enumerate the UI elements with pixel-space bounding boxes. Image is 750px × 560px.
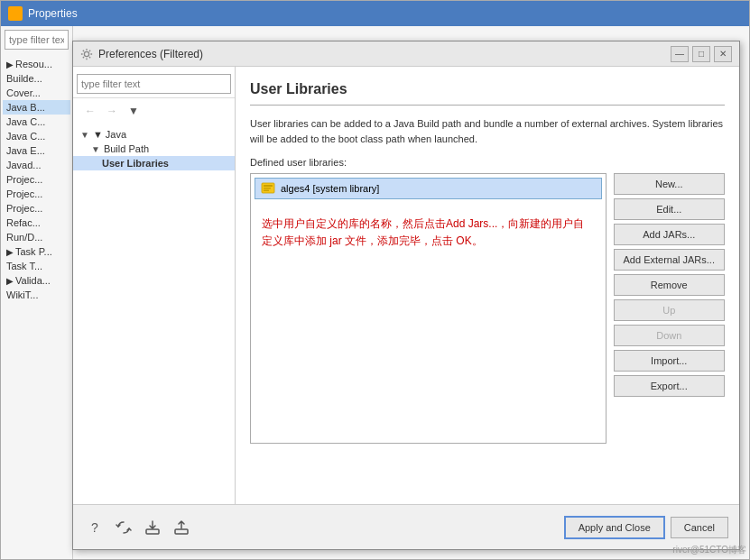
sidebar-item-project3[interactable]: Projec... xyxy=(3,201,70,216)
import-settings-button[interactable] xyxy=(171,517,192,538)
preferences-title: Preferences (Filtered) xyxy=(98,48,671,60)
properties-sidebar-tree: ▶Resou... Builde... Cover... Java B... J… xyxy=(1,53,72,306)
properties-title: Properties xyxy=(28,7,78,20)
properties-icon xyxy=(8,6,23,21)
sidebar-item-wikit[interactable]: WikiT... xyxy=(3,288,70,302)
minimize-button[interactable]: — xyxy=(671,46,689,62)
section-description: User libraries can be added to a Java Bu… xyxy=(250,116,725,146)
nav-item-java[interactable]: ▼ ▼ Java xyxy=(73,127,235,142)
preferences-main: User Libraries User libraries can be add… xyxy=(236,67,739,504)
section-title: User Libraries xyxy=(250,81,725,106)
down-button[interactable]: Down xyxy=(614,325,726,346)
properties-filter-box xyxy=(1,26,72,53)
svg-rect-5 xyxy=(146,529,159,534)
sidebar-item-refactor[interactable]: Refac... xyxy=(3,216,70,230)
properties-titlebar: Properties xyxy=(1,1,749,26)
sidebar-item-project2[interactable]: Projec... xyxy=(3,187,70,201)
import-button[interactable]: Import... xyxy=(614,350,726,372)
defined-label: Defined user libraries: xyxy=(250,157,725,168)
sidebar-item-taskt[interactable]: Task T... xyxy=(3,259,70,273)
sidebar-item-coverage[interactable]: Cover... xyxy=(3,86,70,100)
library-item-label: alges4 [system library] xyxy=(281,183,379,194)
preferences-nav: ← → ▼ ▼ ▼ Java ▼ Build Path User Librari… xyxy=(73,67,236,504)
window-controls: — □ ✕ xyxy=(671,46,732,62)
nav-back-button[interactable]: ← xyxy=(80,102,100,120)
restore-defaults-button[interactable] xyxy=(113,517,134,538)
action-buttons: New... Edit... Add JARs... Add External … xyxy=(614,173,726,444)
svg-rect-3 xyxy=(264,188,271,189)
sidebar-item-resources[interactable]: ▶Resou... xyxy=(3,57,70,71)
preferences-content: ← → ▼ ▼ ▼ Java ▼ Build Path User Librari… xyxy=(73,67,739,504)
gear-icon xyxy=(80,41,93,67)
apply-close-button[interactable]: Apply and Close xyxy=(564,516,665,539)
nav-item-buildpath-label: Build Path xyxy=(104,143,149,154)
svg-rect-4 xyxy=(264,190,269,192)
libraries-list: alges4 [system library] 选中用户自定义的库的名称，然后点… xyxy=(250,173,606,444)
annotation-text: 选中用户自定义的库的名称，然后点击Add Jars...，向新建的用户自定义库中… xyxy=(255,201,602,264)
nav-item-java-label: ▼ Java xyxy=(93,129,126,140)
sidebar-item-taskp[interactable]: ▶Task P... xyxy=(3,244,70,259)
edit-button[interactable]: Edit... xyxy=(614,198,726,220)
svg-rect-6 xyxy=(175,529,188,534)
new-button[interactable]: New... xyxy=(614,173,726,195)
java-expand-arrow: ▼ xyxy=(80,130,89,140)
nav-item-userlibraries-label: User Libraries xyxy=(102,158,169,169)
properties-filter-input[interactable] xyxy=(5,30,69,50)
nav-item-userlibraries[interactable]: User Libraries xyxy=(73,156,235,170)
sidebar-item-javadoc[interactable]: Javad... xyxy=(3,158,70,172)
sidebar-item-javac1[interactable]: Java C... xyxy=(3,115,70,129)
sidebar-item-validation[interactable]: ▶Valida... xyxy=(3,273,70,288)
svg-point-0 xyxy=(84,51,88,56)
sidebar-item-javac2[interactable]: Java C... xyxy=(3,129,70,143)
add-external-jars-button[interactable]: Add External JARs... xyxy=(614,249,726,271)
sidebar-item-javabuild[interactable]: Java B... xyxy=(3,100,70,115)
sidebar-item-javae[interactable]: Java E... xyxy=(3,143,70,158)
preferences-titlebar: Preferences (Filtered) — □ ✕ xyxy=(73,41,739,67)
sidebar-item-builders[interactable]: Builde... xyxy=(3,71,70,86)
preferences-bottom: ? Apply xyxy=(73,504,739,549)
library-icon xyxy=(261,181,275,196)
export-settings-button[interactable] xyxy=(142,517,163,538)
up-button[interactable]: Up xyxy=(614,299,726,321)
sidebar-item-run[interactable]: Run/D... xyxy=(3,230,70,244)
add-jars-button[interactable]: Add JARs... xyxy=(614,224,726,245)
help-button[interactable]: ? xyxy=(84,517,106,538)
preferences-dialog: Preferences (Filtered) — □ ✕ ← → ▼ ▼ ▼ J… xyxy=(72,41,740,550)
nav-item-buildpath[interactable]: ▼ Build Path xyxy=(73,142,235,156)
export-button[interactable]: Export... xyxy=(614,375,726,397)
nav-arrows-bar: ← → ▼ xyxy=(73,98,235,124)
nav-filter-area xyxy=(73,70,235,98)
properties-sidebar: ▶Resou... Builde... Cover... Java B... J… xyxy=(1,26,73,559)
close-button[interactable]: ✕ xyxy=(714,46,732,62)
bottom-left-controls: ? xyxy=(84,517,559,538)
library-item-alges4[interactable]: alges4 [system library] xyxy=(255,178,602,199)
watermark: river@51CTO博客 xyxy=(672,544,746,556)
buildpath-expand-arrow: ▼ xyxy=(91,144,100,154)
nav-dropdown-button[interactable]: ▼ xyxy=(124,102,144,120)
nav-forward-button[interactable]: → xyxy=(102,102,122,120)
nav-filter-input[interactable] xyxy=(77,74,231,94)
svg-rect-2 xyxy=(264,185,273,187)
libraries-container: alges4 [system library] 选中用户自定义的库的名称，然后点… xyxy=(250,173,725,444)
maximize-button[interactable]: □ xyxy=(692,46,710,62)
nav-tree: ▼ ▼ Java ▼ Build Path User Libraries xyxy=(73,124,235,174)
remove-button[interactable]: Remove xyxy=(614,274,726,296)
cancel-button[interactable]: Cancel xyxy=(671,517,728,538)
sidebar-item-project1[interactable]: Projec... xyxy=(3,172,70,187)
